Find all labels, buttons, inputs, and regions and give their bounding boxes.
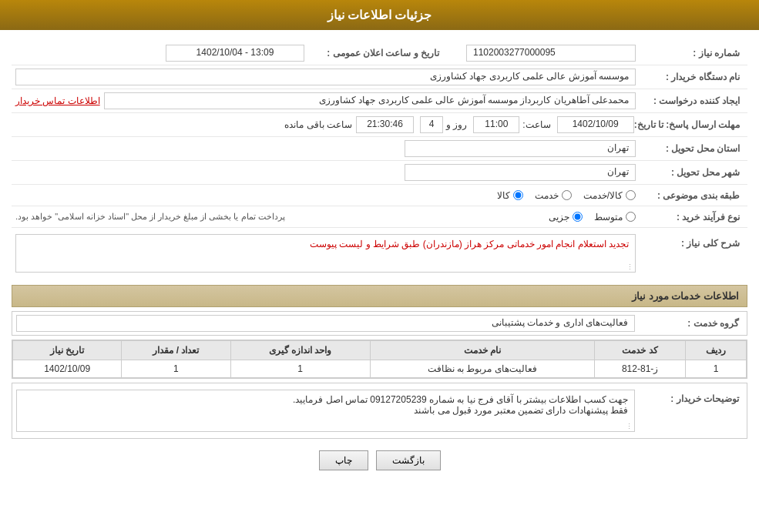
response-deadline-label: مهلت ارسال پاسخ: تا تاریخ: [634,119,744,130]
cell-quantity: 1 [122,360,230,378]
remaining-label: ساعت باقی مانده [284,119,352,130]
date-value: 1402/10/09 [557,116,634,133]
buyer-notes-label: توضیحات خریدار : [635,390,743,404]
col-name: نام خدمت [370,341,595,360]
need-desc-label: شرح کلی نیاز : [636,234,744,249]
page-title: جزئیات اطلاعات نیاز [327,8,432,22]
services-table: ردیف کد خدمت نام خدمت واحد اندازه گیری ت… [12,340,747,378]
purchase-motavasset-item: متوسط [594,212,636,223]
col-quantity: تعداد / مقدار [122,341,230,360]
buyer-notes-line2: فقط پیشنهادات دارای تضمین معتبر مورد قبو… [23,405,628,416]
category-khedmat-label: خدمت [535,190,559,201]
purchase-type-group: متوسط جزیی [297,212,636,223]
col-date: تاریخ نیاز [13,341,122,360]
services-table-container: ردیف کد خدمت نام خدمت واحد اندازه گیری ت… [12,340,747,379]
page-header: جزئیات اطلاعات نیاز [0,0,759,30]
days-value: 4 [420,116,443,133]
cell-name: فعالیت‌های مربوط به نظافت [370,360,595,378]
resize-handle-2: ⋮ [626,423,633,430]
announce-label: تاریخ و ساعت اعلان عمومی : [304,48,443,59]
province-label: استان محل تحویل : [636,143,744,154]
need-number-label: شماره نیاز : [636,48,744,59]
category-group: کالا/خدمت خدمت کالا [15,190,636,201]
buyer-org-label: نام دستگاه خریدار : [636,72,744,82]
announce-value: 1402/10/04 - 13:09 [166,45,304,62]
table-row: 1 ز-81-812 فعالیت‌های مربوط به نظافت 1 1… [13,360,747,378]
days-label: روز و [446,119,467,130]
back-button[interactable]: بازگشت [376,450,441,470]
creator-value: محمدعلی آطاهریان کاربرداز موسسه آموزش عا… [104,92,636,109]
contact-link[interactable]: اطلاعات تماس خریدار [15,95,100,106]
purchase-jozee-item: جزیی [549,212,583,223]
category-kala-khedmat-radio[interactable] [626,190,636,200]
col-code: کد خدمت [595,341,686,360]
province-value: تهران [405,140,636,157]
category-kala-item: کالا [497,190,523,201]
remaining-time: 21:30:46 [356,116,414,133]
city-label: شهر محل تحویل : [636,167,744,178]
resize-handle: ⋮ [626,263,633,271]
category-kala-radio[interactable] [513,190,523,200]
cell-unit: 1 [230,360,370,378]
buyer-notes-line1: جهت کسب اطلاعات بیشتر با آقای فرج نیا به… [23,394,628,405]
purchase-type-label: نوع فرآیند خرید : [636,212,744,223]
time-value: 11:00 [473,116,519,133]
need-number-value: 1102003277000095 [466,45,636,62]
cell-row: 1 [686,360,747,378]
purchase-jozee-label: جزیی [549,212,569,223]
category-kala-label: کالا [497,190,510,201]
purchase-motavasset-radio[interactable] [626,212,636,222]
category-khedmat-item: خدمت [535,190,572,201]
buyer-notes-value: جهت کسب اطلاعات بیشتر با آقای فرج نیا به… [16,390,635,432]
cell-date: 1402/10/09 [13,360,122,378]
creator-label: ایجاد کننده درخواست : [636,95,744,106]
purchase-jozee-radio[interactable] [573,212,583,222]
col-row: ردیف [686,341,747,360]
time-label: ساعت: [522,119,550,130]
buyer-org-value: موسسه آموزش عالی علمی کاربردی جهاد کشاور… [15,69,636,85]
purchase-desc: پرداخت تمام یا بخشی از مبلغ خریدار از مح… [15,212,285,222]
col-unit: واحد اندازه گیری [230,341,370,360]
category-kala-khedmat-item: کالا/خدمت [583,190,636,201]
need-desc-value: تجدید استعلام انجام امور خدماتی مرکز هرا… [15,234,636,273]
category-label: طبقه بندی موضوعی : [636,190,744,201]
print-button[interactable]: چاپ [319,450,368,470]
purchase-motavasset-label: متوسط [594,212,623,223]
category-khedmat-radio[interactable] [562,190,572,200]
cell-code: ز-81-812 [595,360,686,378]
footer-buttons: بازگشت چاپ [12,439,747,482]
city-value: تهران [405,164,636,181]
services-section-title: اطلاعات خدمات مورد نیاز [12,285,747,307]
service-group-label: گروه خدمت : [635,318,743,329]
category-kala-khedmat-label: کالا/خدمت [583,190,623,201]
service-group-value: فعالیت‌های اداری و خدمات پشتیبانی [16,315,635,332]
